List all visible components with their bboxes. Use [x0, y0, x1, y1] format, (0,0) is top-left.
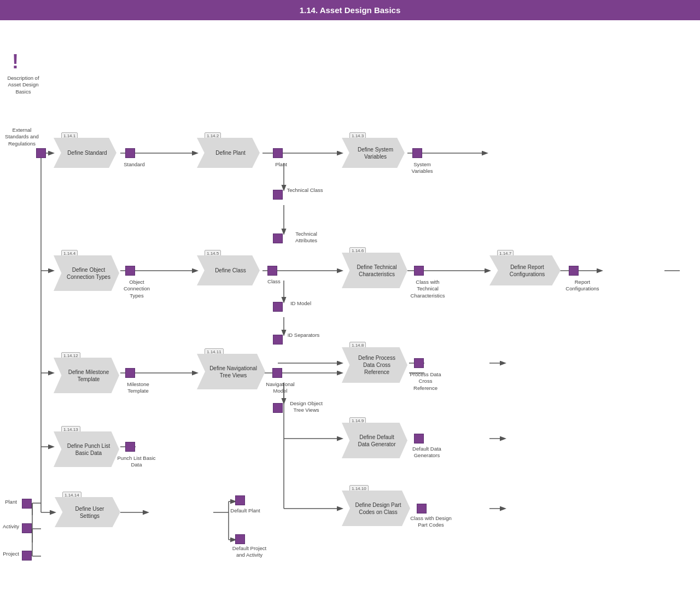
label-cdpc: Class with Design Part Codes	[409, 515, 453, 529]
sq-plant-left	[22, 499, 32, 509]
desc-label: Description of Asset Design Basics	[3, 75, 44, 95]
box-1148: Define Process Data Cross Reference	[342, 347, 407, 383]
label-mt: Milestone Template	[118, 381, 159, 395]
sq-after-11413	[125, 442, 135, 452]
label-sys-var: System Variables	[406, 161, 439, 175]
box-1141: Define Standard	[54, 138, 116, 168]
label-plant: Plant	[268, 161, 294, 168]
entry-sq-1	[36, 148, 46, 158]
label-dotv: Design Object Tree Views	[284, 400, 328, 414]
box-1142: Define Plant	[197, 138, 260, 168]
sq-after-1146	[414, 266, 424, 276]
header: 1.14. Asset Design Basics	[0, 0, 700, 20]
box-11410: Define Design Part Codes on Class	[342, 491, 410, 526]
label-tech-attr: Technical Attributes	[284, 231, 328, 244]
label-ddg: Default Data Generators	[406, 446, 447, 459]
sq-after-1143	[412, 148, 422, 158]
sq-after-11411	[272, 368, 282, 378]
sq-after-11412	[125, 368, 135, 378]
canvas: ! Description of Asset Design Basics Ext…	[0, 20, 700, 607]
box-11412: Define Milestone Template	[54, 358, 119, 393]
label-ctc: Class with Technical Characteristics	[406, 279, 450, 299]
label-nav-model: Navigational Model	[262, 381, 298, 395]
box-1143: Define System Variables	[342, 138, 405, 168]
page-title: 1.14. Asset Design Basics	[300, 5, 401, 15]
label-id-sep: ID Separators	[284, 332, 323, 338]
sq-default-project	[235, 534, 245, 544]
sq-project-left	[22, 551, 32, 561]
sq-activity-left	[22, 523, 32, 533]
label-rc: Report Configurations	[561, 279, 604, 293]
sq-after-11410	[417, 504, 427, 513]
sq-id-model	[273, 302, 283, 312]
label-standard: Standard	[119, 161, 149, 168]
box-1146: Define Technical Characteristics	[342, 253, 407, 288]
box-1144: Define Object Connection Types	[54, 255, 119, 291]
exclamation-icon: !	[12, 50, 19, 73]
box-1145: Define Class	[197, 255, 260, 285]
sq-id-sep	[273, 335, 283, 345]
label-id-model: ID Model	[284, 300, 317, 307]
sq-after-1147	[569, 266, 579, 276]
label-default-plant: Default Plant	[228, 507, 263, 514]
sq-tech-attr	[273, 234, 283, 243]
label-class: Class	[262, 278, 285, 285]
box-11414: Define User Settings	[55, 497, 120, 527]
label-plant-left: Plant	[1, 499, 21, 505]
sq-after-1142	[273, 148, 283, 158]
sq-default-plant	[235, 495, 245, 505]
box-1149: Define Default Data Generator	[342, 423, 407, 458]
label-default-project: Default Project and Activity	[228, 545, 271, 559]
sq-after-1144	[125, 266, 135, 276]
sq-after-1148	[414, 358, 424, 368]
sq-dotv	[273, 403, 283, 413]
sq-tech-class	[273, 190, 283, 200]
label-pdcr: Process Data Cross Reference	[406, 371, 445, 392]
sq-after-1145	[267, 266, 277, 276]
label-oct: Object Connection Types	[118, 279, 156, 299]
label-activity-left: Activity	[1, 523, 21, 530]
label-tech-class: Technical Class	[284, 187, 325, 194]
box-11411: Define Navigational Tree Views	[197, 354, 265, 389]
external-standards-label: External Standards and Regulations	[3, 127, 41, 147]
sq-after-1141	[125, 148, 135, 158]
label-project-left: Project	[1, 551, 21, 557]
box-1147: Define Report Configurations	[489, 255, 561, 285]
box-11413: Define Punch List Basic Data	[54, 431, 119, 467]
sq-after-1149	[414, 434, 424, 443]
label-plbd: Punch List Basic Data	[116, 455, 157, 469]
